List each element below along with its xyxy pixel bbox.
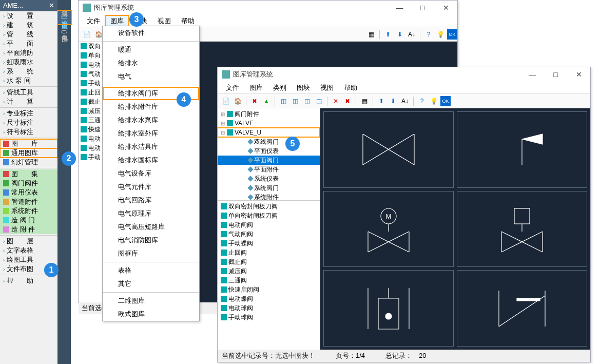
tree-item[interactable]: 平面附件 (218, 165, 320, 174)
dropdown-item[interactable]: 给排水室外库 (103, 127, 199, 140)
dropdown-item[interactable]: 暖通 (103, 43, 199, 56)
tb-new-icon[interactable]: 📄 (221, 96, 231, 106)
sidebar-item[interactable]: 幻灯管理 (0, 158, 57, 167)
tree-item[interactable]: 双线阀门 (218, 137, 320, 146)
symbol-valve-1[interactable] (323, 111, 454, 188)
minimize-button[interactable]: — (521, 67, 544, 82)
maximize-button[interactable]: □ (544, 67, 567, 82)
tb-grid-icon[interactable]: ▦ (366, 29, 376, 40)
dropdown-item[interactable]: 电气原理库 (103, 207, 199, 220)
sidebar-item[interactable]: 造 阀 门 (0, 216, 57, 225)
sidebar-item[interactable]: ›系 统 (0, 67, 57, 76)
symbol-motor-valve[interactable]: M (323, 191, 454, 267)
list-item[interactable]: 手动球阀 (218, 313, 320, 322)
tree-item[interactable]: 系统仪表 (218, 174, 320, 183)
tb-up-icon[interactable]: ⬆ (376, 96, 386, 106)
maximize-button[interactable]: □ (411, 1, 434, 15)
dropdown-item[interactable]: 欧式图库 (103, 308, 199, 321)
vtab-electrical[interactable]: 电气(民用) (57, 25, 71, 39)
sidebar-item[interactable]: ›平面消防 (0, 48, 57, 58)
tb-cut-icon[interactable]: ◫ (302, 96, 312, 106)
tb-pyramid-icon[interactable]: ▲ (261, 96, 272, 106)
dropdown-item[interactable]: 电气高压短路库 (103, 220, 199, 234)
sidebar-close-icon[interactable]: ✕ (49, 0, 57, 11)
dropdown-item[interactable]: 表格 (103, 264, 199, 277)
tb-del2-icon[interactable]: ✖ (342, 96, 353, 106)
menu-block[interactable]: 图块 (292, 82, 315, 93)
sidebar-item[interactable]: ›文字表格 (0, 246, 57, 255)
tree-item[interactable]: ⊞阀门附件 (218, 109, 320, 119)
menu-file[interactable]: 文件 (82, 15, 105, 27)
tree-item[interactable]: 系统附件 (218, 193, 320, 201)
list-item[interactable]: 手动蝶阀 (218, 239, 320, 248)
list-item[interactable]: 止回阀 (218, 248, 320, 257)
sidebar-item[interactable]: ›水 泵 间 (0, 76, 57, 85)
symbol-check-valve[interactable] (457, 270, 587, 347)
menu-view[interactable]: 视图 (315, 82, 339, 93)
sidebar-item[interactable]: ›设 置 (0, 11, 57, 21)
sidebar-item[interactable]: 图 集 (0, 169, 57, 179)
sidebar-item[interactable]: 管道附件 (0, 197, 57, 206)
sidebar-item[interactable]: 图 库 (0, 139, 57, 148)
sidebar-help[interactable]: ›帮 助 (0, 276, 57, 285)
dropdown-item[interactable]: 给排水洁具库 (103, 140, 199, 154)
tb-down-icon[interactable]: ⬇ (395, 29, 405, 40)
tb-delete-icon[interactable]: ✕ (331, 96, 341, 106)
list-item[interactable]: 单向密封闸板刀阀 (218, 211, 320, 220)
close-button[interactable]: ✕ (434, 1, 457, 15)
vtab-plumbing[interactable]: 给排水(室内) (57, 10, 71, 25)
tb-grid-icon[interactable]: ▦ (359, 96, 370, 106)
sidebar-item[interactable]: 阀门阀件 (0, 179, 57, 188)
dropdown-item[interactable]: 二维图库 (103, 294, 199, 308)
dropdown-item[interactable]: 电气回路库 (103, 194, 199, 207)
tb-sort-icon[interactable]: A↓ (400, 96, 410, 106)
win2-tree[interactable]: ⊞阀门附件⊞VALVE⊟VALVE_U双线阀门平面仪表平面阀门平面附件系统仪表系… (218, 108, 320, 201)
dropdown-item[interactable]: 其它 (103, 277, 199, 291)
dropdown-item[interactable]: 电气 (103, 70, 199, 83)
sidebar-item[interactable]: ›符号标注 (0, 127, 57, 137)
tb-tips-icon[interactable]: 💡 (435, 29, 446, 40)
list-item[interactable]: 气动闸阀 (218, 229, 320, 239)
dropdown-item[interactable]: 电气设备库 (103, 167, 199, 180)
tb-copy-icon[interactable]: ◫ (278, 96, 288, 106)
tree-item[interactable]: 平面阀门 (218, 156, 320, 165)
menu-file[interactable]: 文件 (221, 82, 244, 93)
sidebar-item[interactable]: ›尺寸标注 (0, 118, 57, 127)
menu-help[interactable]: 帮助 (176, 15, 200, 27)
tb-home-icon[interactable]: 🏠 (233, 96, 243, 106)
tree-item[interactable]: 系统阀门 (218, 183, 320, 193)
list-item[interactable]: 电动球阀 (218, 303, 320, 313)
list-item[interactable]: 三通阀 (218, 276, 320, 285)
dropdown-item[interactable]: 图框库 (103, 247, 199, 260)
sidebar-item[interactable]: ›专业标注 (0, 109, 57, 118)
sidebar-item[interactable]: ›虹吸雨水 (0, 58, 57, 67)
list-item[interactable]: 电动蝶阀 (218, 294, 320, 303)
tb-paste-icon[interactable]: ◫ (290, 96, 300, 106)
symbol-flag[interactable] (457, 111, 587, 188)
sidebar-item[interactable]: ›计 算 (0, 97, 57, 106)
sidebar-item[interactable]: ›图 层 (0, 237, 57, 246)
library-dropdown[interactable]: 设备软件暖通给排水电气给排水阀门库给排水附件库给排水水泵库给排水室外库给排水洁具… (102, 26, 200, 321)
list-item[interactable]: 截止阀 (218, 257, 320, 266)
tb-down-icon[interactable]: ⬇ (388, 96, 398, 106)
sidebar-item[interactable]: ›管 线 (0, 30, 57, 39)
tb-new-icon[interactable]: 📄 (82, 29, 92, 40)
list-item[interactable]: 双向密封闸板刀阀 (218, 202, 320, 211)
dropdown-item[interactable]: 电气元件库 (103, 180, 199, 194)
list-item[interactable]: 减压阀 (218, 266, 320, 276)
win2-list[interactable]: 双向密封闸板刀阀单向密封闸板刀阀电动闸阀气动闸阀手动蝶阀止回阀截止阀减压阀三通阀… (218, 201, 320, 350)
sidebar-item[interactable]: 造 附 件 (0, 225, 57, 234)
menu-view[interactable]: 视图 (152, 15, 176, 27)
symbol-needle-valve[interactable] (323, 270, 454, 347)
tb-dup-icon[interactable]: ◫ (314, 96, 324, 106)
tb-up-icon[interactable]: ⬆ (383, 29, 393, 40)
dropdown-item[interactable]: 设备软件 (103, 26, 199, 40)
tb-ok-icon[interactable]: OK (447, 29, 457, 40)
sidebar-item[interactable]: ›管线工具 (0, 88, 57, 97)
sidebar-item[interactable]: 通用图库 (0, 148, 57, 158)
tree-item[interactable]: ⊞VALVE (218, 119, 320, 128)
tree-item[interactable]: ⊟VALVE_U (218, 128, 320, 137)
dropdown-item[interactable]: 给排水国标库 (103, 154, 199, 167)
dropdown-item[interactable]: 给排水水泵库 (103, 113, 199, 127)
tb-help-icon[interactable]: ? (417, 96, 427, 106)
